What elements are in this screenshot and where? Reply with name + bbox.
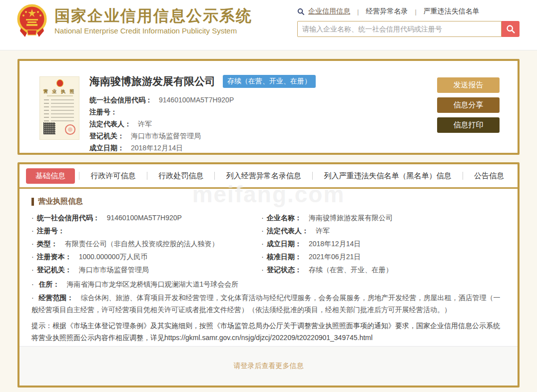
nav-link-enterprise-credit[interactable]: 企业信用信息: [308, 7, 350, 16]
license-thumb-title: 营 业 执 照: [40, 88, 79, 95]
search-bar: [297, 21, 522, 37]
license-info-section: 营业执照信息 统一社会信用代码：91460100MA5T7H920P 注册号： …: [19, 189, 518, 346]
send-report-button[interactable]: 发送报告: [437, 77, 500, 93]
field-approval-date: 核准日期：2021年06月21日: [261, 252, 506, 265]
search-type-nav: 企业信用信息 | 经营异常名录 | 严重违法失信名单: [297, 6, 522, 16]
header-search-area: 企业信用信息 | 经营异常名录 | 严重违法失信名单: [297, 6, 522, 37]
detail-panel: 基础信息 行政许可信息 行政处罚信息 列入经营异常名录信息 列入严重违法失信名单…: [17, 162, 520, 388]
company-details: 海南骏博旅游发展有限公司 存续（在营、开业、在册） 统一社会信用代码：91460…: [89, 74, 316, 154]
site-header: 国家企业信用信息公示系统 National Enterprise Credit …: [0, 0, 537, 50]
logo-area: 国家企业信用信息公示系统 National Enterprise Credit …: [16, 4, 252, 38]
license-emblem-icon: [56, 79, 63, 87]
field-business-scope: 经营范围：综合休闲、旅游、体育项目开发和经营管理，文化体育活动与经纪代理服务，会…: [31, 292, 506, 316]
field-company-type: 类型：有限责任公司（非自然人投资或控股的法人独资）: [31, 239, 261, 252]
field-registry: 登记机关：海口市市场监督管理局: [31, 265, 261, 278]
section-header: 营业执照信息: [31, 197, 506, 206]
tab-basic-info[interactable]: 基础信息: [26, 168, 75, 184]
section-title: 营业执照信息: [38, 197, 83, 206]
company-name: 海南骏博旅游发展有限公司: [89, 74, 215, 88]
search-icon: [297, 8, 305, 15]
tab-administrative-penalty[interactable]: 行政处罚信息: [151, 168, 210, 184]
print-info-button[interactable]: 信息打印: [437, 117, 500, 133]
site-title: 国家企业信用信息公示系统: [54, 7, 252, 25]
license-decoration-line: [47, 95, 73, 96]
field-registration-status: 登记状态：存续（在营、开业、在册）: [261, 265, 506, 278]
business-license-thumbnail: 营 业 执 照: [39, 76, 79, 140]
nav-separator: |: [415, 8, 416, 15]
tab-announcements[interactable]: 公告信息: [467, 168, 511, 184]
tab-separator: [463, 172, 463, 180]
field-address: 住所：海南省海口市龙华区龙桥镇海口观澜湖大道1号球会会所: [31, 278, 506, 290]
nav-link-serious-violations[interactable]: 严重违法失信名单: [424, 7, 480, 16]
card-field-legal-rep: 法定代表人：许军: [89, 118, 316, 130]
license-fields-grid: 统一社会信用代码：91460100MA5T7H920P 注册号： 类型：有限责任…: [31, 213, 506, 278]
search-button[interactable]: [502, 21, 520, 37]
tab-separator: [79, 172, 79, 180]
nav-link-abnormal-operations[interactable]: 经营异常名录: [366, 7, 408, 16]
search-input[interactable]: [297, 21, 502, 37]
license-adjustment-notice: 提示：根据《市场主体登记管理条例》及其实施细则，按照《市场监管总局办公厅关于调整…: [31, 320, 506, 344]
magnifier-icon: [506, 24, 516, 34]
tab-blacklist[interactable]: 列入严重违法失信名单（黑名单）信息: [317, 168, 458, 184]
status-badge: 存续（在营、开业、在册）: [223, 75, 316, 88]
field-founding-date: 成立日期：2018年12月14日: [261, 239, 506, 252]
section-bar-icon: [31, 198, 34, 206]
tab-separator: [312, 172, 313, 180]
license-qr-code: [43, 122, 55, 134]
field-reg-number: 注册号：: [31, 226, 261, 239]
card-field-credit-code: 统一社会信用代码：91460100MA5T7H920P: [89, 94, 316, 106]
card-field-registry: 登记机关：海口市市场监督管理局: [89, 130, 316, 142]
tab-separator: [214, 172, 215, 180]
login-prompt: 请登录后查看更多信息: [19, 347, 518, 386]
field-credit-code: 统一社会信用代码：91460100MA5T7H920P: [31, 213, 261, 226]
national-emblem-icon: [16, 4, 48, 38]
field-company-name: 企业名称：海南骏博旅游发展有限公司: [261, 213, 506, 226]
share-info-button[interactable]: 信息分享: [437, 97, 500, 113]
field-legal-rep: 法定代表人：许军: [261, 226, 506, 239]
card-action-buttons: 发送报告 信息分享 信息打印: [437, 77, 500, 133]
tab-bar: 基础信息 行政许可信息 行政处罚信息 列入经营异常名录信息 列入严重违法失信名单…: [19, 164, 518, 187]
tab-administrative-licensing[interactable]: 行政许可信息: [84, 168, 143, 184]
site-subtitle: National Enterprise Credit Information P…: [54, 26, 252, 35]
field-registered-capital: 注册资本：1000.000000万人民币: [31, 252, 261, 265]
site-titles: 国家企业信用信息公示系统 National Enterprise Credit …: [54, 7, 252, 35]
license-text-lines: [44, 99, 76, 124]
license-red-stamp-icon: [65, 124, 75, 135]
tab-abnormal-operations-list[interactable]: 列入经营异常名录信息: [219, 168, 308, 184]
tab-separator: [147, 172, 147, 180]
nav-separator: |: [357, 8, 359, 15]
card-field-founding-date: 成立日期：2018年12月14日: [89, 142, 316, 154]
company-summary-card: 营 业 执 照 海南骏博旅游发展有限公司 存续（在营、开业、在册） 统一社会信用…: [17, 59, 520, 155]
card-field-reg-number: 注册号：: [89, 106, 316, 118]
